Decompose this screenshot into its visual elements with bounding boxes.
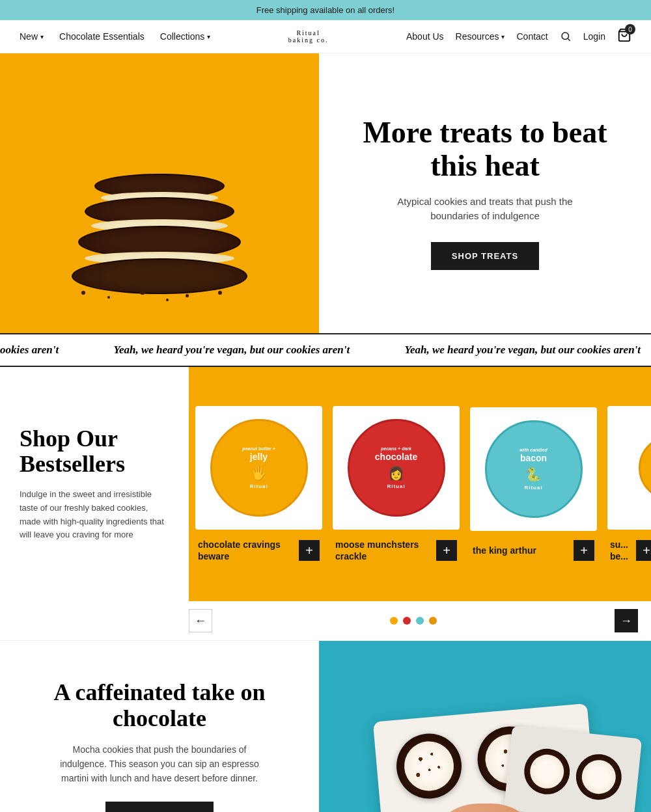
- product-image-1: peanut butter + jelly 🖐 Ritual: [195, 406, 322, 530]
- carousel-next-button[interactable]: →: [615, 609, 638, 632]
- product-bottom-3: the king arthur +: [470, 540, 597, 561]
- nav-right: About Us Resources ▾ Contact Login 0: [406, 28, 631, 45]
- marquee-track: ookies aren't Yeah, we heard you're vega…: [0, 344, 651, 357]
- login-button[interactable]: Login: [583, 31, 605, 42]
- nav-left: New ▾ Chocolate Essentials Collections ▾: [20, 31, 210, 42]
- bestsellers-products-grid: peanut butter + jelly 🖐 Ritual chocolate…: [189, 367, 651, 601]
- nav-collections[interactable]: Collections ▾: [160, 31, 210, 42]
- caffeinated-section: A caffeinated take on chocolate Mocha co…: [0, 641, 651, 812]
- small-cookie-2: [574, 752, 624, 802]
- carousel-navigation: ← →: [0, 601, 651, 641]
- product-card-4-partial: su...be... +: [607, 406, 651, 562]
- cookie-crumbs: [55, 284, 264, 304]
- product-badge-2: pecans + dark chocolate 👩 Ritual: [348, 419, 445, 517]
- bestsellers-title: Shop Our Bestsellers: [20, 426, 169, 478]
- product-name-2: moose munchsters crackle: [335, 539, 436, 562]
- svg-point-0: [562, 33, 569, 40]
- nav-contact[interactable]: Contact: [516, 31, 547, 42]
- product-badge-3: with candied bacon 🐍 Ritual: [485, 420, 583, 518]
- nav-resources[interactable]: Resources ▾: [456, 31, 505, 42]
- hero-subtitle: Atypical cookies and treats that push th…: [381, 195, 589, 224]
- small-cookie-1: [522, 746, 572, 796]
- carousel-dot-2[interactable]: [403, 617, 411, 625]
- add-to-cart-button-3[interactable]: +: [574, 540, 594, 561]
- product-card-2: pecans + dark chocolate 👩 Ritual moose m…: [333, 406, 460, 562]
- product-badge-4: [639, 435, 652, 500]
- product-image-2: pecans + dark chocolate 👩 Ritual: [333, 406, 460, 530]
- chevron-down-icon: ▾: [40, 33, 44, 40]
- badge-label-3: with candied bacon 🐍 Ritual: [516, 444, 551, 494]
- marquee-text: ookies aren't: [0, 344, 59, 356]
- hero-content: More treats to beat this heat Atypical c…: [319, 53, 651, 333]
- chevron-down-icon: ▾: [207, 33, 210, 40]
- caffeinated-shop-treats-button[interactable]: SHOP TREATS: [105, 802, 214, 812]
- bestsellers-description: Indulge in the sweet and irresistible ta…: [20, 488, 169, 542]
- second-tray: [504, 725, 642, 812]
- hero-shop-treats-button[interactable]: SHOP TREATS: [431, 242, 539, 270]
- snake-icon: 🐍: [519, 467, 547, 482]
- announcement-text: Free shipping available on all orders!: [256, 5, 395, 15]
- caffeinated-description: Mocha cookies that push the boundaries o…: [55, 742, 264, 786]
- chevron-down-icon: ▾: [501, 33, 505, 40]
- caffeinated-image: [319, 641, 651, 812]
- hero-section: More treats to beat this heat Atypical c…: [0, 53, 651, 333]
- cart-button[interactable]: 0: [617, 28, 631, 45]
- search-icon[interactable]: [560, 31, 572, 42]
- announcement-bar: Free shipping available on all orders!: [0, 0, 651, 20]
- marquee-banner: ookies aren't Yeah, we heard you're vega…: [0, 333, 651, 367]
- hero-image: [0, 53, 319, 333]
- product-badge-1: peanut butter + jelly 🖐 Ritual: [210, 419, 308, 517]
- nav-new[interactable]: New ▾: [20, 31, 44, 42]
- face-icon: 👩: [375, 465, 417, 481]
- nav-about[interactable]: About Us: [406, 31, 444, 42]
- hand-icon: 🖐: [242, 465, 275, 481]
- badge-label-2: pecans + dark chocolate 👩 Ritual: [371, 442, 421, 493]
- add-to-cart-button-1[interactable]: +: [299, 540, 320, 561]
- caffeinated-visual: [319, 641, 651, 812]
- hero-title: More treats to beat this heat: [345, 116, 625, 182]
- product-name-3: the king arthur: [473, 545, 536, 556]
- product-card-1: peanut butter + jelly 🖐 Ritual chocolate…: [195, 406, 322, 562]
- marquee-text-2: Yeah, we heard you're vegan, but our coo…: [113, 344, 350, 356]
- carousel-dot-1[interactable]: [390, 617, 398, 625]
- product-bottom-2: moose munchsters crackle +: [333, 539, 460, 562]
- caffeinated-content: A caffeinated take on chocolate Mocha co…: [0, 641, 319, 812]
- site-logo[interactable]: Ritual baking co.: [288, 29, 329, 44]
- product-bottom-1: chocolate cravings beware +: [195, 539, 322, 562]
- product-image-3: with candied bacon 🐍 Ritual: [470, 407, 597, 531]
- product-name-1: chocolate cravings beware: [198, 539, 299, 562]
- carousel-prev-button[interactable]: ←: [189, 609, 212, 632]
- marquee-text-3: Yeah, we heard you're vegan, but our coo…: [404, 344, 641, 356]
- product-bottom-4: su...be... +: [607, 539, 651, 562]
- cookie-1: [394, 731, 464, 801]
- cookie-stack-image: [68, 70, 251, 317]
- nav-chocolate-essentials[interactable]: Chocolate Essentials: [59, 31, 145, 42]
- badge-label-1: peanut butter + jelly 🖐 Ritual: [238, 442, 279, 493]
- svg-line-1: [568, 38, 570, 40]
- bestsellers-section: Shop Our Bestsellers Indulge in the swee…: [0, 367, 651, 601]
- product-card-3: with candied bacon 🐍 Ritual the king art…: [470, 407, 597, 561]
- bestsellers-info: Shop Our Bestsellers Indulge in the swee…: [0, 367, 189, 601]
- carousel-dot-3[interactable]: [416, 617, 424, 625]
- product-name-4: su...be...: [610, 539, 628, 562]
- product-image-4: [607, 406, 651, 530]
- cart-badge: 0: [625, 24, 635, 34]
- carousel-dots: [390, 617, 437, 625]
- navigation: New ▾ Chocolate Essentials Collections ▾…: [0, 20, 651, 53]
- add-to-cart-button-4[interactable]: +: [636, 540, 651, 561]
- carousel-dot-4[interactable]: [429, 617, 437, 625]
- add-to-cart-button-2[interactable]: +: [436, 540, 457, 561]
- caffeinated-title: A caffeinated take on chocolate: [33, 680, 286, 731]
